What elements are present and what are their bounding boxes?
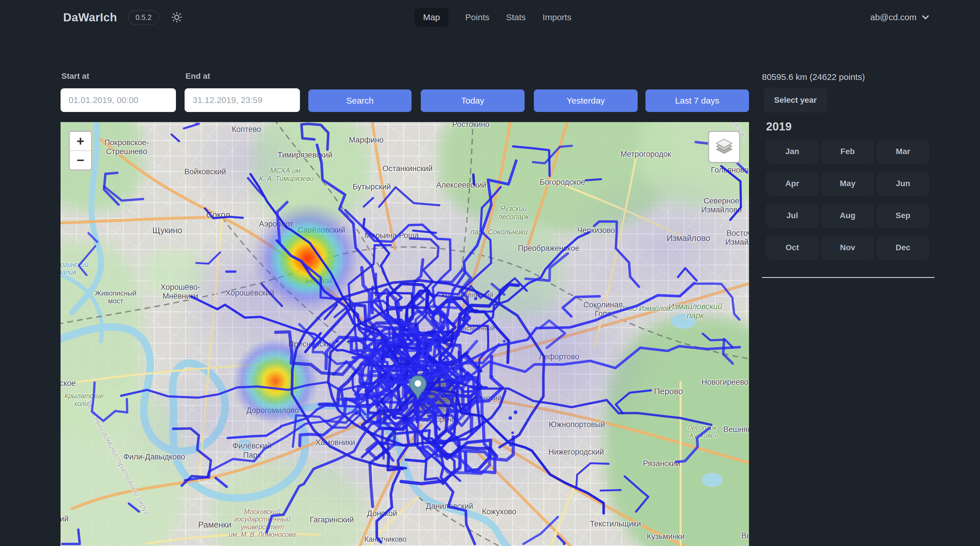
yesterday-button[interactable]: Yesterday bbox=[534, 89, 638, 112]
month-jun-button[interactable]: Jun bbox=[877, 171, 929, 196]
app-logo: DaWarIch bbox=[63, 11, 117, 24]
user-email: ab@cd.com bbox=[870, 13, 916, 22]
tab-stats[interactable]: Stats bbox=[506, 8, 526, 27]
month-sep-button[interactable]: Sep bbox=[877, 203, 929, 228]
month-feb-button[interactable]: Feb bbox=[821, 139, 874, 164]
end-at-label: End at bbox=[185, 72, 210, 81]
sidebar-divider bbox=[762, 277, 934, 278]
gps-traces-overlay bbox=[60, 122, 749, 546]
tab-points[interactable]: Points bbox=[465, 8, 489, 27]
month-apr-button[interactable]: Apr bbox=[766, 171, 818, 196]
version-badge: 0.5.2 bbox=[128, 10, 159, 25]
distance-stats: 80595.6 km (24622 points) bbox=[762, 72, 941, 82]
year-heading: 2019 bbox=[766, 120, 941, 133]
month-aug-button[interactable]: Aug bbox=[821, 203, 874, 228]
zoom-out-button[interactable]: − bbox=[70, 150, 91, 169]
last-7-days-button[interactable]: Last 7 days bbox=[646, 89, 749, 112]
month-may-button[interactable]: May bbox=[821, 171, 874, 196]
nav-tabs: MapPointsStatsImports bbox=[414, 0, 571, 35]
sun-icon bbox=[171, 11, 183, 23]
tab-imports[interactable]: Imports bbox=[542, 8, 571, 27]
map-pin-icon[interactable] bbox=[409, 375, 427, 402]
month-mar-button[interactable]: Mar bbox=[877, 139, 929, 164]
today-button[interactable]: Today bbox=[421, 89, 525, 112]
month-oct-button[interactable]: Oct bbox=[766, 235, 818, 260]
months-grid: JanFebMarAprMayJunJulAugSepOctNovDec bbox=[766, 139, 941, 260]
search-button[interactable]: Search bbox=[308, 89, 412, 112]
month-nov-button[interactable]: Nov bbox=[821, 235, 874, 260]
month-dec-button[interactable]: Dec bbox=[877, 235, 929, 260]
map-canvas[interactable]: Покровское- СтрешневоКоптевоМарфиноТимир… bbox=[60, 122, 749, 546]
brand: DaWarIch 0.5.2 bbox=[63, 0, 183, 35]
start-at-input[interactable] bbox=[60, 88, 176, 112]
zoom-control: + − bbox=[68, 131, 92, 171]
user-menu[interactable]: ab@cd.com bbox=[870, 0, 930, 35]
layers-icon bbox=[715, 137, 734, 156]
month-jul-button[interactable]: Jul bbox=[766, 203, 818, 228]
select-year-button[interactable]: Select year bbox=[764, 88, 827, 113]
chevron-down-icon bbox=[921, 13, 930, 22]
sidebar: 80595.6 km (24622 points) Select year 20… bbox=[762, 72, 941, 278]
tab-map[interactable]: Map bbox=[414, 8, 449, 27]
layers-control[interactable] bbox=[708, 131, 740, 163]
month-jan-button[interactable]: Jan bbox=[766, 139, 818, 164]
start-at-label: Start at bbox=[61, 72, 89, 81]
theme-toggle[interactable] bbox=[170, 11, 183, 24]
end-at-input[interactable] bbox=[185, 88, 300, 112]
zoom-in-button[interactable]: + bbox=[70, 132, 91, 150]
navbar: DaWarIch 0.5.2 MapPointsStatsImports ab@… bbox=[0, 0, 980, 35]
